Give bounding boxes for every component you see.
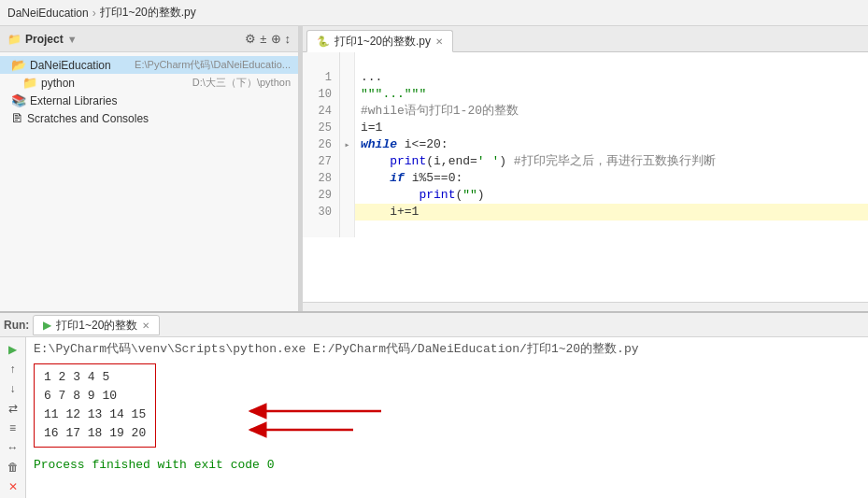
filter-button[interactable]: ≡: [4, 420, 22, 435]
line-content-27: print(i,end=' ') #打印完毕之后，再进行五数换行判断: [355, 153, 868, 170]
expand-icon[interactable]: ⊕: [271, 32, 281, 46]
sort-icon[interactable]: ↕: [285, 32, 292, 46]
line-num-26: 26: [303, 136, 340, 153]
code-line-dots: 1 ...: [303, 69, 868, 86]
stop-button[interactable]: ✕: [4, 478, 22, 494]
line-gutter-30: [340, 204, 355, 221]
tree-item-path-python: D:\大三（下）\python: [192, 76, 291, 90]
line-gutter-1: [340, 52, 355, 69]
sidebar-tree: 📂 DaNeiEducation E:\PyCharm代码\DaNeiEduca…: [0, 52, 298, 311]
console-output-block: 1 2 3 4 5 6 7 8 9 10 11 12 13 14 15 16 1…: [34, 362, 861, 449]
line-content-28: if i%5==0:: [355, 170, 868, 187]
line-num-24: 24: [303, 103, 340, 120]
output-row-3: 11 12 13 14 15: [44, 406, 146, 424]
breadcrumb-file: 打印1~20的整数.py: [100, 5, 196, 21]
editor-area: 🐍 打印1~20的整数.py ✕ 1 ... 10 """...""": [303, 26, 868, 311]
line-content-25: i=1: [355, 120, 868, 136]
tree-item-path-dainei: E:\PyCharm代码\DaNeiEducatio...: [135, 58, 291, 72]
tree-item-extlib[interactable]: 📚 External Libraries: [0, 92, 298, 109]
line-content-1: [355, 52, 868, 69]
line-content-10: """...""": [355, 86, 868, 103]
line-gutter-24: [340, 103, 355, 120]
console-sidebar: ▶ ↑ ↓ ⇄ ≡ ↔ 🗑 ✕: [0, 337, 26, 498]
code-line-blank1: [303, 221, 868, 237]
tree-item-dainei[interactable]: 📂 DaNeiEducation E:\PyCharm代码\DaNeiEduca…: [0, 56, 298, 74]
console-area: ▶ ↑ ↓ ⇄ ≡ ↔ 🗑 ✕ E:\PyCharm代码\venv\Script…: [0, 337, 868, 498]
clear-button[interactable]: 🗑: [4, 459, 22, 475]
tab-close-icon[interactable]: ✕: [435, 36, 443, 47]
folder-open-icon: 📂: [11, 58, 26, 72]
run-button[interactable]: ▶: [4, 341, 22, 357]
sidebar-header-icons: ⚙ ± ⊕ ↕: [245, 32, 291, 46]
line-num-blank1: [303, 221, 340, 237]
run-label: Run:: [4, 319, 29, 332]
line-gutter-28: [340, 170, 355, 187]
line-content-30: i+=1: [355, 204, 868, 221]
scroll-down-button[interactable]: ↓: [4, 380, 22, 396]
line-gutter-blank1: [340, 221, 355, 237]
console-finish: Process finished with exit code 0: [34, 457, 861, 474]
settings-icon[interactable]: ⚙: [245, 32, 256, 46]
tree-item-python[interactable]: 📁 python D:\大三（下）\python: [0, 74, 298, 92]
console-number-output: 1 2 3 4 5 6 7 8 9 10 11 12 13 14 15 16 1…: [34, 363, 156, 448]
tree-item-label-extlib: External Libraries: [30, 94, 291, 107]
main-area: 📁 Project ▼ ⚙ ± ⊕ ↕ 📂 DaNeiEducation E:\…: [0, 26, 868, 311]
output-row-4: 16 17 18 19 20: [44, 424, 146, 443]
console-tab[interactable]: ▶ 打印1~20的整数 ✕: [33, 315, 160, 335]
sidebar: 📁 Project ▼ ⚙ ± ⊕ ↕ 📂 DaNeiEducation E:\…: [0, 26, 299, 311]
line-gutter-27: [340, 153, 355, 170]
scroll-up-button[interactable]: ↑: [4, 361, 22, 377]
code-line-10: 10 """...""": [303, 86, 868, 103]
tree-item-label-dainei: DaNeiEducation: [30, 59, 131, 72]
python-file-icon: 🐍: [317, 36, 330, 48]
code-line-25: 25 i=1: [303, 120, 868, 136]
line-num-28: 28: [303, 170, 340, 187]
run-icon: ▶: [43, 319, 51, 332]
sidebar-header-title: 📁 Project ▼: [7, 33, 78, 46]
console-tab-close[interactable]: ✕: [142, 320, 149, 331]
title-bar: DaNeiEducation › 打印1~20的整数.py: [0, 0, 868, 26]
breadcrumb-project: DaNeiEducation: [7, 7, 89, 20]
chevron-down-icon[interactable]: ▼: [67, 34, 78, 45]
wrap-button[interactable]: ⇄: [4, 400, 22, 416]
editor-tab-bar: 🐍 打印1~20的整数.py ✕: [303, 26, 868, 52]
code-line-28: 28 if i%5==0:: [303, 170, 868, 187]
folder-icon-python: 📁: [22, 76, 37, 90]
breadcrumb: DaNeiEducation › 打印1~20的整数.py: [7, 5, 196, 21]
library-icon: 📚: [11, 93, 26, 107]
line-gutter-10: [340, 86, 355, 103]
line-num-dots: 1: [303, 69, 340, 86]
add-icon[interactable]: ±: [260, 32, 266, 46]
output-row-2: 6 7 8 9 10: [44, 387, 146, 406]
line-gutter-dots: [340, 69, 355, 86]
editor-horizontal-scrollbar[interactable]: [303, 302, 868, 311]
line-content-dots: ...: [355, 69, 868, 86]
code-editor[interactable]: 1 ... 10 """...""" 24 #while语句打印1-20的整数 …: [303, 52, 868, 302]
sidebar-header: 📁 Project ▼ ⚙ ± ⊕ ↕: [0, 26, 298, 52]
editor-tab-main[interactable]: 🐍 打印1~20的整数.py ✕: [306, 30, 453, 52]
code-line-30: 30 i+=1: [303, 204, 868, 221]
folder-icon: 📁: [7, 33, 21, 46]
bottom-panel: Run: ▶ 打印1~20的整数 ✕ ▶ ↑ ↓ ⇄ ≡ ↔ 🗑 ✕ E:\Py…: [0, 311, 868, 498]
console-cmd-line: E:\PyCharm代码\venv\Scripts\python.exe E:/…: [34, 341, 861, 358]
line-num-10: 10: [303, 86, 340, 103]
pin-button[interactable]: ↔: [4, 439, 22, 455]
code-line-24: 24 #while语句打印1-20的整数: [303, 103, 868, 120]
line-content-24: #while语句打印1-20的整数: [355, 103, 868, 120]
console-tab-label: 打印1~20的整数: [56, 318, 137, 334]
line-num-25: 25: [303, 120, 340, 136]
code-line-26: 26 ▸ while i<=20:: [303, 136, 868, 153]
bottom-tab-bar: Run: ▶ 打印1~20的整数 ✕: [0, 313, 868, 337]
code-line-1: [303, 52, 868, 69]
sidebar-header-label: Project: [25, 33, 64, 46]
line-gutter-25: [340, 120, 355, 136]
output-row-1: 1 2 3 4 5: [44, 368, 146, 387]
code-line-29: 29 print(""): [303, 187, 868, 204]
tree-item-label-python: python: [41, 77, 189, 90]
line-content-blank1: [355, 221, 868, 237]
tree-item-scratches[interactable]: 🖹 Scratches and Consoles: [0, 109, 298, 127]
code-line-27: 27 print(i,end=' ') #打印完毕之后，再进行五数换行判断: [303, 153, 868, 170]
breadcrumb-sep1: ›: [92, 7, 96, 20]
line-content-26: while i<=20:: [355, 136, 868, 153]
console-icon: 🖹: [11, 111, 23, 125]
